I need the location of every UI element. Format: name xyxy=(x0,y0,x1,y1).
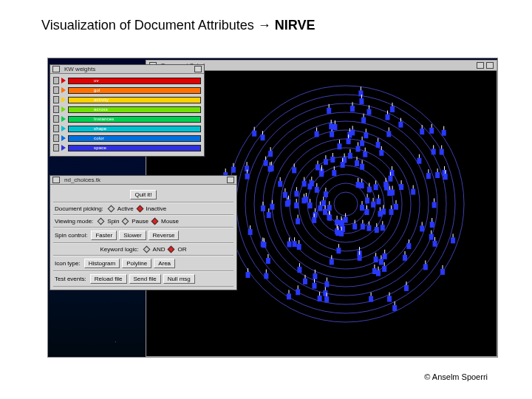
doc-glyph[interactable] xyxy=(379,259,383,265)
doc-glyph[interactable] xyxy=(366,225,371,231)
null-msg-button[interactable]: Null msg xyxy=(163,274,195,284)
doc-glyph[interactable] xyxy=(327,108,331,114)
kw-titlebar[interactable]: KW weights xyxy=(50,65,204,74)
doc-glyph[interactable] xyxy=(267,212,271,218)
minimize-icon[interactable] xyxy=(194,66,202,72)
doc-glyph[interactable] xyxy=(361,117,366,123)
kw-bar[interactable]: shape xyxy=(68,126,201,132)
doc-glyph[interactable] xyxy=(327,215,332,221)
doc-glyph[interactable] xyxy=(287,242,292,248)
doc-glyph[interactable] xyxy=(360,183,364,188)
doc-glyph[interactable] xyxy=(332,124,337,130)
radio-spin[interactable] xyxy=(98,218,105,225)
doc-glyph[interactable] xyxy=(339,220,344,226)
doc-glyph[interactable] xyxy=(319,171,324,177)
doc-glyph[interactable] xyxy=(451,237,455,243)
doc-glyph[interactable] xyxy=(430,222,434,228)
doc-glyph[interactable] xyxy=(304,197,308,202)
doc-glyph[interactable] xyxy=(399,184,403,190)
radio-inactive[interactable] xyxy=(136,205,143,213)
doc-glyph[interactable] xyxy=(324,296,329,302)
doc-glyph[interactable] xyxy=(347,138,351,144)
doc-glyph[interactable] xyxy=(378,211,382,216)
doc-glyph[interactable] xyxy=(302,181,307,187)
ctrl-titlebar[interactable]: nd_choices.tk xyxy=(50,176,236,185)
doc-glyph[interactable] xyxy=(332,170,336,176)
doc-glyph[interactable] xyxy=(292,167,296,173)
doc-glyph[interactable] xyxy=(360,164,364,170)
send-file-button[interactable]: Send file xyxy=(129,274,161,284)
doc-glyph[interactable] xyxy=(375,227,379,233)
radio-and[interactable] xyxy=(143,246,150,253)
doc-glyph[interactable] xyxy=(252,131,256,137)
kw-slider-handle[interactable] xyxy=(53,96,59,103)
kw-bar[interactable]: gol xyxy=(68,87,201,94)
kw-bar[interactable]: across xyxy=(68,106,201,113)
doc-glyph[interactable] xyxy=(383,182,388,188)
doc-glyph[interactable] xyxy=(440,269,445,275)
doc-glyph[interactable] xyxy=(376,199,381,205)
doc-glyph[interactable] xyxy=(324,159,328,165)
doc-glyph[interactable] xyxy=(350,106,355,112)
doc-glyph[interactable] xyxy=(383,253,387,259)
doc-glyph[interactable] xyxy=(246,272,250,278)
doc-glyph[interactable] xyxy=(394,204,398,210)
doc-glyph[interactable] xyxy=(423,264,428,270)
doc-glyph[interactable] xyxy=(283,192,287,198)
polyline-button[interactable]: Polyline xyxy=(122,259,151,268)
doc-glyph[interactable] xyxy=(327,205,332,211)
radio-pause[interactable] xyxy=(122,218,129,225)
maximize-icon[interactable] xyxy=(486,62,494,69)
doc-glyph[interactable] xyxy=(313,283,317,289)
doc-glyph[interactable] xyxy=(330,132,334,137)
doc-glyph[interactable] xyxy=(296,219,300,225)
doc-glyph[interactable] xyxy=(376,142,381,148)
doc-glyph[interactable] xyxy=(264,273,268,279)
doc-glyph[interactable] xyxy=(348,153,352,159)
doc-glyph[interactable] xyxy=(398,122,403,128)
kw-bar[interactable]: Instances xyxy=(68,116,201,123)
doc-glyph[interactable] xyxy=(369,296,373,302)
doc-glyph[interactable] xyxy=(435,172,440,178)
area-button[interactable]: Area xyxy=(154,259,175,268)
doc-glyph[interactable] xyxy=(386,115,390,120)
doc-glyph[interactable] xyxy=(350,129,355,135)
doc-glyph[interactable] xyxy=(411,189,415,195)
doc-glyph[interactable] xyxy=(308,202,313,208)
doc-glyph[interactable] xyxy=(261,134,265,140)
kw-slider-handle[interactable] xyxy=(53,144,59,151)
doc-glyph[interactable] xyxy=(376,270,381,276)
doc-glyph[interactable] xyxy=(432,149,436,154)
kw-bar[interactable]: activity xyxy=(68,97,201,103)
kw-slider-handle[interactable] xyxy=(53,106,59,113)
doc-glyph[interactable] xyxy=(335,219,339,225)
doc-glyph[interactable] xyxy=(264,160,268,166)
kw-slider-handle[interactable] xyxy=(53,134,59,142)
doc-glyph[interactable] xyxy=(426,173,431,179)
doc-glyph[interactable] xyxy=(270,166,274,171)
doc-glyph[interactable] xyxy=(358,255,362,261)
doc-glyph[interactable] xyxy=(360,140,364,146)
doc-glyph[interactable] xyxy=(379,150,383,156)
doc-glyph[interactable] xyxy=(324,191,328,197)
doc-glyph[interactable] xyxy=(330,259,334,265)
doc-glyph[interactable] xyxy=(287,293,291,299)
doc-glyph[interactable] xyxy=(315,132,319,137)
doc-glyph[interactable] xyxy=(367,109,372,115)
doc-glyph[interactable] xyxy=(363,151,367,157)
doc-glyph[interactable] xyxy=(442,130,446,136)
doc-glyph[interactable] xyxy=(262,242,266,248)
doc-glyph[interactable] xyxy=(429,234,434,240)
doc-glyph[interactable] xyxy=(297,244,301,250)
doc-glyph[interactable] xyxy=(323,209,327,215)
doc-glyph[interactable] xyxy=(278,181,282,187)
kw-slider-handle[interactable] xyxy=(53,77,59,84)
doc-glyph[interactable] xyxy=(440,149,444,155)
doc-glyph[interactable] xyxy=(313,273,317,279)
kw-bar[interactable]: space xyxy=(68,145,201,151)
doc-glyph[interactable] xyxy=(344,217,348,223)
doc-glyph[interactable] xyxy=(390,190,395,196)
doc-glyph[interactable] xyxy=(248,229,253,235)
doc-glyph[interactable] xyxy=(313,212,318,218)
doc-glyph[interactable] xyxy=(389,209,394,215)
